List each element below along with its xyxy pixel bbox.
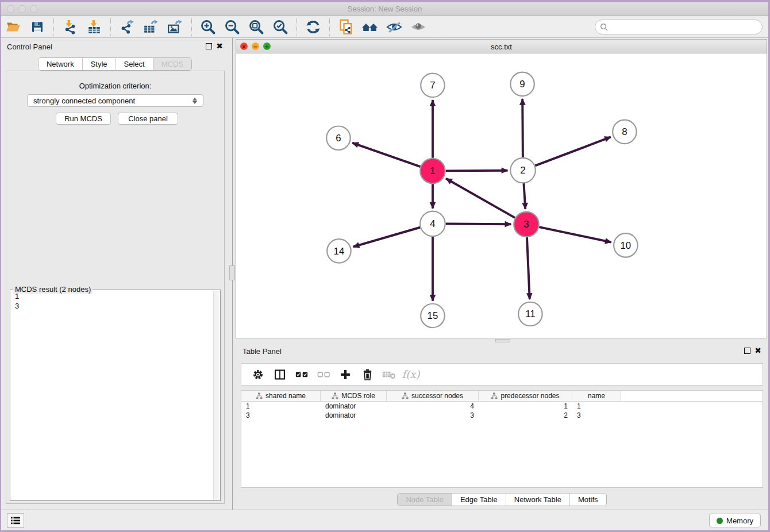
table-header-row[interactable]: shared nameMCDS rolesuccessor nodesprede… — [241, 391, 763, 402]
edge-2-8[interactable] — [535, 137, 611, 165]
edge-3-1[interactable] — [446, 179, 515, 218]
graph-node-2[interactable]: 2 — [510, 158, 535, 183]
table-cell[interactable]: dominator — [321, 411, 387, 420]
graph-node-14[interactable]: 14 — [327, 239, 351, 263]
tab-network[interactable]: Network — [38, 58, 82, 70]
export-table-icon[interactable] — [143, 18, 160, 36]
zoom-selected-icon[interactable] — [272, 18, 289, 36]
network-window-title: scc.txt — [236, 43, 767, 51]
delete-icon[interactable] — [360, 367, 375, 382]
graph-node-9[interactable]: 9 — [510, 72, 534, 96]
vertical-splitter-grip[interactable] — [229, 265, 235, 280]
zoom-in-icon[interactable] — [199, 18, 217, 36]
edge-2-9[interactable] — [522, 99, 523, 157]
refresh-icon[interactable] — [305, 18, 322, 36]
select-all-checkboxes-icon[interactable] — [294, 367, 309, 382]
tab-mcds[interactable]: MCDS — [153, 58, 191, 70]
node-table[interactable]: shared nameMCDS rolesuccessor nodesprede… — [241, 390, 763, 488]
close-panel-button[interactable]: Close panel — [118, 113, 178, 125]
graph-node-3[interactable]: 3 — [514, 212, 538, 237]
graph-node-4[interactable]: 4 — [420, 211, 445, 236]
edge-1-2[interactable] — [446, 171, 508, 171]
svg-text:8: 8 — [622, 126, 627, 137]
task-history-button[interactable] — [7, 513, 24, 528]
graph-node-6[interactable]: 6 — [326, 126, 350, 149]
search-box[interactable] — [595, 20, 763, 34]
export-network-icon[interactable] — [118, 18, 136, 36]
import-network-icon[interactable] — [61, 18, 79, 36]
result-scrollbar[interactable] — [213, 291, 220, 500]
graph-node-1[interactable]: 1 — [420, 159, 445, 183]
graph-node-8[interactable]: 8 — [613, 120, 636, 144]
table-cell[interactable]: 3 — [387, 411, 479, 420]
graph-node-11[interactable]: 11 — [518, 302, 542, 326]
table-cell[interactable]: 1 — [241, 402, 321, 411]
column-header-shared-name[interactable]: shared name — [241, 391, 321, 401]
svg-text:7: 7 — [430, 80, 435, 91]
table-cell[interactable]: 3 — [241, 411, 321, 420]
optimization-criterion-select[interactable]: strongly connected component — [27, 94, 203, 107]
table-cell[interactable]: 3 — [572, 411, 621, 420]
column-header-name[interactable]: name — [572, 391, 621, 401]
home-houses-icon[interactable] — [361, 18, 379, 36]
hide-details-icon[interactable] — [386, 18, 403, 36]
clone-network-icon[interactable] — [337, 18, 355, 36]
table-body[interactable]: 1dominator4113dominator323 — [241, 402, 763, 420]
network-graph[interactable]: 7968124314101511 — [236, 53, 767, 338]
float-table-panel-icon[interactable] — [744, 348, 750, 354]
table-panel-tabs: Node TableEdge TableNetwork TableMotifs — [397, 493, 606, 506]
tab-style[interactable]: Style — [82, 58, 116, 70]
close-table-panel-icon[interactable]: ✖ — [754, 348, 761, 354]
table-cell[interactable]: 1 — [479, 402, 572, 411]
column-label: shared name — [265, 392, 306, 400]
function-builder-icon[interactable]: f(x) — [403, 367, 418, 382]
column-header-empty — [621, 391, 763, 401]
table-cell[interactable]: 1 — [572, 402, 621, 411]
table-row[interactable]: 3dominator323 — [241, 411, 763, 420]
graph-node-10[interactable]: 10 — [614, 233, 637, 257]
search-input[interactable] — [609, 23, 762, 32]
tab-network-table[interactable]: Network Table — [506, 494, 569, 506]
column-header-successor-nodes[interactable]: successor nodes — [387, 391, 479, 401]
network-canvas[interactable]: 7968124314101511 — [236, 53, 767, 338]
tab-select[interactable]: Select — [116, 58, 153, 70]
settings-gear-icon[interactable] — [251, 367, 265, 382]
import-table-icon[interactable] — [86, 18, 103, 36]
save-session-icon[interactable] — [29, 18, 46, 36]
edge-2-3[interactable] — [523, 183, 525, 209]
column-header-predecessor-nodes[interactable]: predecessor nodes — [479, 391, 572, 401]
column-header-MCDS-role[interactable]: MCDS role — [321, 391, 387, 401]
table-cell[interactable]: 2 — [479, 411, 572, 420]
mcds-result-box: 1 3 — [10, 290, 221, 501]
network-window: scc.txt 7968124314101511 — [236, 38, 768, 342]
show-details-icon[interactable] — [410, 18, 427, 36]
graph-node-15[interactable]: 15 — [421, 304, 444, 327]
open-file-icon[interactable] — [5, 18, 22, 36]
delete-table-icon[interactable] — [382, 367, 396, 382]
float-panel-icon[interactable] — [206, 43, 212, 49]
close-panel-icon[interactable]: ✖ — [216, 43, 223, 49]
edge-4-14[interactable] — [353, 228, 421, 247]
edge-1-6[interactable] — [352, 143, 420, 167]
tab-node-table[interactable]: Node Table — [398, 494, 452, 506]
run-mcds-button[interactable]: Run MCDS — [56, 113, 111, 125]
tab-edge-table[interactable]: Edge Table — [452, 494, 506, 506]
zoom-out-icon[interactable] — [224, 18, 241, 36]
graph-node-7[interactable]: 7 — [421, 74, 444, 97]
edge-3-11[interactable] — [527, 237, 530, 299]
table-cell[interactable]: dominator — [321, 402, 387, 411]
list-icon — [10, 516, 21, 525]
edge-4-3[interactable] — [446, 224, 511, 225]
memory-button[interactable]: Memory — [709, 514, 761, 527]
tab-motifs[interactable]: Motifs — [569, 494, 606, 506]
export-image-icon[interactable] — [167, 18, 184, 36]
columns-icon[interactable] — [272, 367, 287, 382]
zoom-fit-icon[interactable] — [248, 18, 265, 36]
add-icon[interactable] — [338, 367, 353, 382]
table-cell[interactable]: 4 — [387, 402, 479, 411]
network-window-titlebar[interactable]: scc.txt — [236, 39, 767, 53]
edge-3-10[interactable] — [539, 227, 611, 242]
deselect-all-checkboxes-icon[interactable] — [316, 367, 331, 382]
table-row[interactable]: 1dominator411 — [241, 402, 763, 411]
hierarchy-sort-icon — [256, 392, 263, 399]
